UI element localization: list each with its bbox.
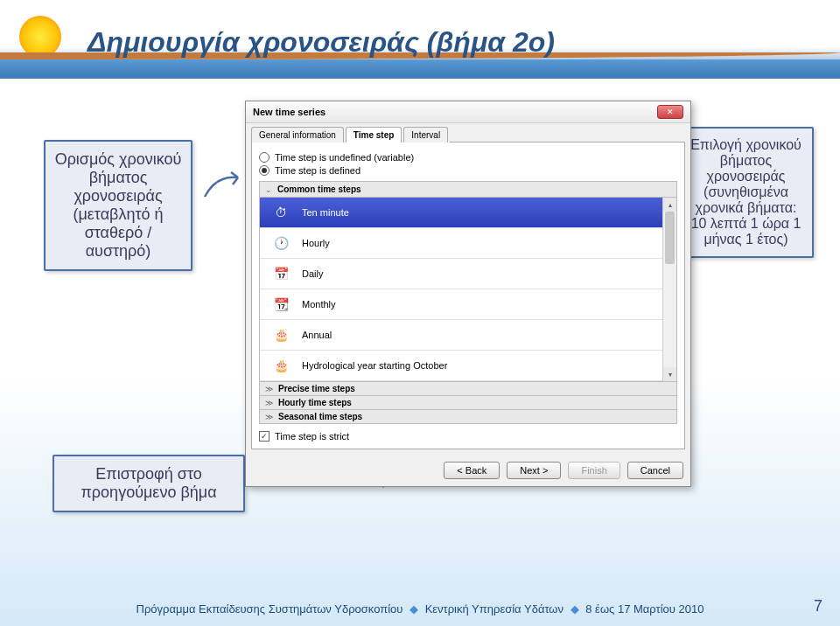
section-seasonal[interactable]: ≫ Seasonal time steps	[259, 410, 677, 424]
section-precise-label: Precise time steps	[278, 384, 355, 393]
dialog-titlebar[interactable]: New time series ✕	[246, 101, 690, 123]
chevron-right-icon: ≫	[265, 385, 273, 393]
dialog-title: New time series	[253, 107, 326, 117]
scroll-down-button[interactable]: ▾	[663, 367, 676, 381]
close-icon: ✕	[667, 108, 674, 116]
time-step-list: ⏱ Ten minute 🕐 Hourly 📅 Daily 📆 Monthly …	[259, 198, 677, 382]
radio-undefined-label: Time step is undefined (variable)	[275, 152, 414, 163]
arrow-right-icon	[203, 170, 247, 205]
tab-interval[interactable]: Interval	[403, 127, 448, 143]
diamond-icon: ◆	[570, 602, 579, 616]
cake-icon: 🎂	[269, 325, 293, 344]
section-precise[interactable]: ≫ Precise time steps	[259, 382, 677, 396]
strict-label: Time step is strict	[275, 431, 349, 442]
page-number: 7	[814, 597, 822, 616]
tab-timestep[interactable]: Time step	[346, 127, 402, 143]
cancel-button[interactable]: Cancel	[627, 462, 683, 479]
radio-defined-row[interactable]: Time step is defined	[259, 165, 677, 176]
back-button[interactable]: < Back	[444, 462, 500, 479]
list-item-hourly[interactable]: 🕐 Hourly	[260, 228, 676, 259]
dialog-buttons: < Back Next > Finish Cancel	[246, 455, 690, 486]
chevron-right-icon: ≫	[265, 413, 273, 421]
list-item-label: Annual	[302, 330, 332, 340]
dialog-body: Time step is undefined (variable) Time s…	[251, 143, 685, 449]
sun-icon	[19, 16, 61, 58]
tabs: General information Time step Interval	[246, 123, 690, 143]
diamond-icon: ◆	[410, 602, 418, 616]
scroll-up-button[interactable]: ▴	[663, 198, 676, 212]
section-common-label: Common time steps	[277, 184, 361, 194]
radio-defined[interactable]	[259, 165, 270, 176]
section-hourly-steps[interactable]: ≫ Hourly time steps	[259, 396, 677, 410]
finish-button[interactable]: Finish	[568, 462, 620, 479]
footer-program: Πρόγραμμα Εκπαίδευσης Συστημάτων Υδροσκο…	[136, 602, 403, 616]
list-item-label: Daily	[302, 268, 323, 279]
close-button[interactable]: ✕	[657, 105, 683, 119]
list-item-label: Ten minute	[302, 207, 349, 218]
slide-header: Δημιουργία χρονοσειράς (βήμα 2ο)	[0, 0, 840, 79]
list-item-annual[interactable]: 🎂 Annual	[260, 320, 676, 351]
callout-left: Ορισμός χρονικού βήματος χρονοσειράς (με…	[44, 140, 192, 271]
list-item-daily[interactable]: 📅 Daily	[260, 259, 676, 289]
chevron-down-icon: ⌄	[265, 185, 272, 194]
scroll-thumb[interactable]	[665, 212, 675, 264]
list-item-label: Hourly	[302, 238, 330, 248]
radio-undefined[interactable]	[259, 152, 270, 163]
list-item-ten-minute[interactable]: ⏱ Ten minute	[260, 198, 676, 228]
list-item-label: Hydrological year starting October	[302, 360, 447, 371]
content-area: Ορισμός χρονικού βήματος χρονοσειράς (με…	[0, 87, 840, 591]
wave-decoration-blue	[0, 59, 840, 77]
section-hourly-steps-label: Hourly time steps	[278, 398, 352, 407]
footer-org: Κεντρική Υπηρεσία Υδάτων	[425, 602, 564, 616]
cake-icon: 🎂	[269, 356, 293, 375]
section-seasonal-label: Seasonal time steps	[278, 412, 362, 421]
callout-bottom: Επιστροφή στο προηγούμενο βήμα	[52, 455, 245, 512]
radio-defined-label: Time step is defined	[275, 165, 360, 176]
list-item-label: Monthly	[302, 299, 336, 310]
page-title: Δημιουργία χρονοσειράς (βήμα 2ο)	[88, 26, 555, 59]
chevron-right-icon: ≫	[265, 399, 273, 407]
radio-undefined-row[interactable]: Time step is undefined (variable)	[259, 152, 677, 163]
dialog-window: New time series ✕ General information Ti…	[245, 101, 691, 487]
calendar-month-icon: 📆	[269, 295, 293, 314]
calendar-day-icon: 📅	[269, 264, 293, 283]
next-button[interactable]: Next >	[507, 462, 561, 479]
list-item-hydro-year[interactable]: 🎂 Hydrological year starting October	[260, 351, 676, 381]
tab-general[interactable]: General information	[251, 127, 344, 143]
strict-checkbox[interactable]: ✓	[259, 431, 270, 442]
section-common-header[interactable]: ⌄ Common time steps	[259, 181, 677, 198]
footer-date: 8 έως 17 Μαρτίου 2010	[585, 602, 704, 616]
list-item-monthly[interactable]: 📆 Monthly	[260, 289, 676, 320]
callout-right: Επιλογή χρονικού βήματος χρονοσειράς (συ…	[678, 127, 814, 258]
scrollbar-vertical[interactable]: ▴ ▾	[662, 198, 676, 381]
clock-icon: 🕐	[269, 233, 293, 253]
clock-icon: ⏱	[269, 203, 293, 222]
tab-spacer	[450, 127, 685, 143]
strict-row[interactable]: ✓ Time step is strict	[259, 431, 677, 442]
footer: Πρόγραμμα Εκπαίδευσης Συστημάτων Υδροσκο…	[0, 602, 840, 616]
